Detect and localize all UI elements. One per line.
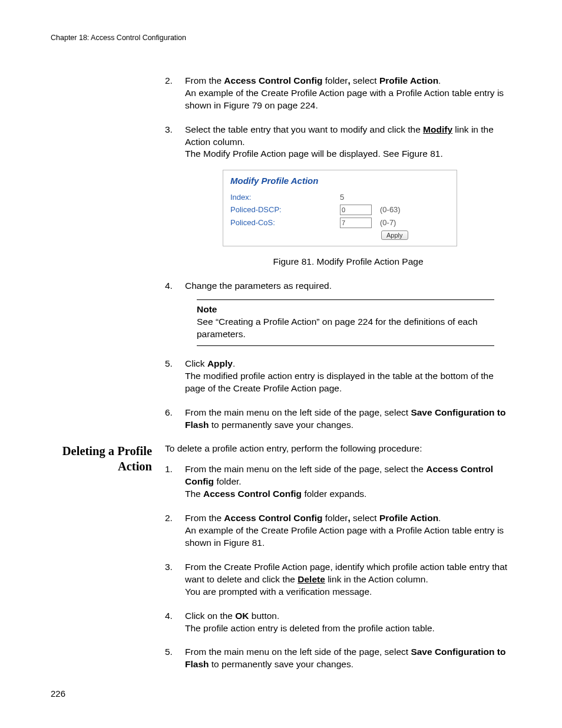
text: An example of the Create Profile Action …: [185, 88, 504, 110]
note-body: See “Creating a Profile Action” on page …: [197, 316, 494, 341]
text: From the: [185, 513, 224, 523]
fig-range-cos: (0-7): [380, 218, 396, 228]
step-a6: 6. From the main menu on the left side o…: [165, 407, 511, 431]
text: folder: [322, 75, 348, 85]
chapter-header: Chapter 18: Access Control Configuration: [51, 33, 511, 43]
step-number: 6.: [165, 407, 173, 419]
text: select: [351, 75, 379, 85]
text-bold: Profile Action: [379, 513, 438, 523]
text: From the main menu on the left side of t…: [185, 407, 411, 417]
apply-button[interactable]: Apply: [381, 230, 408, 240]
step-number: 2.: [165, 512, 173, 525]
text: An example of the Create Profile Action …: [185, 525, 504, 548]
text: select: [351, 513, 379, 523]
step-number: 4.: [165, 280, 173, 292]
text: The profile action entry is deleted from…: [185, 623, 435, 633]
figure-title: Modify Profile Action: [230, 175, 449, 187]
text: Change the parameters as required.: [185, 281, 332, 291]
text: The modified profile action entry is dis…: [185, 371, 494, 393]
text: to permanently save your changes.: [209, 659, 353, 669]
text-bold: OK: [235, 611, 249, 621]
page-number: 226: [51, 688, 65, 700]
step-a4: 4. Change the parameters as required. No…: [165, 280, 511, 346]
text-bold: Access Control Config: [224, 75, 322, 85]
text: to permanently save your changes.: [209, 420, 353, 430]
note-box: Note See “Creating a Profile Action” on …: [197, 299, 494, 346]
step-number: 5.: [165, 646, 173, 658]
text: From the main menu on the left side of t…: [185, 647, 411, 657]
fig-value-index: 5: [340, 192, 381, 203]
step-c1: 1. From the main menu on the left side o…: [165, 463, 511, 500]
step-number: 3.: [165, 561, 173, 574]
text-bold: Access Control Config: [203, 489, 302, 499]
figure-81: Modify Profile Action Index: 5 Policed-D…: [223, 170, 457, 246]
step-c5: 5. From the main menu on the left side o…: [165, 646, 511, 671]
fig-range-dscp: (0-63): [380, 205, 401, 215]
text: button.: [249, 611, 280, 621]
step-a5: 5. Click Apply. The modified profile act…: [165, 358, 511, 395]
text: .: [438, 513, 441, 523]
fig-input-dscp[interactable]: [340, 205, 372, 215]
text-bold: Access Control Config: [224, 513, 322, 523]
text: The Modify Profile Action page will be d…: [185, 149, 443, 159]
text: link in the Action column.: [325, 574, 428, 584]
text-bold: Profile Action: [379, 75, 438, 85]
step-number: 4.: [165, 610, 173, 622]
text: Click: [185, 358, 207, 368]
step-number: 3.: [165, 124, 173, 136]
step-c4: 4. Click on the OK button. The profile a…: [165, 610, 511, 635]
text: folder: [322, 513, 348, 523]
text: .: [438, 75, 441, 85]
section-intro: To delete a profile action entry, perfor…: [165, 443, 511, 455]
text: From the: [185, 75, 224, 85]
delete-link[interactable]: Delete: [297, 574, 325, 584]
fig-label-cos: Policed-CoS:: [230, 218, 340, 228]
text: The: [185, 489, 203, 499]
text-bold: Apply: [207, 358, 233, 368]
text: Click on the: [185, 611, 235, 621]
fig-label-dscp: Policed-DSCP:: [230, 205, 340, 215]
text: folder.: [214, 476, 242, 486]
step-c3: 3. From the Create Profile Action page, …: [165, 561, 511, 598]
step-number: 1.: [165, 463, 173, 476]
text: Select the table entry that you want to …: [185, 124, 423, 134]
fig-input-cos[interactable]: [340, 218, 372, 228]
step-c2: 2. From the Access Control Config folder…: [165, 512, 511, 549]
note-heading: Note: [197, 304, 494, 316]
step-number: 5.: [165, 358, 173, 370]
figure-caption: Figure 81. Modify Profile Action Page: [185, 256, 511, 268]
text: folder expands.: [302, 489, 366, 499]
text: .: [233, 358, 235, 368]
step-number: 2.: [165, 75, 173, 87]
section-side-heading: Deleting a Profile Action: [51, 444, 152, 474]
step-a2: 2. From the Access Control Config folder…: [165, 75, 511, 112]
text: From the main menu on the left side of t…: [185, 464, 426, 474]
step-a3: 3. Select the table entry that you want …: [165, 124, 511, 268]
fig-label-index: Index:: [230, 192, 340, 203]
text: You are prompted with a verification mes…: [185, 587, 372, 597]
modify-link[interactable]: Modify: [423, 124, 452, 134]
